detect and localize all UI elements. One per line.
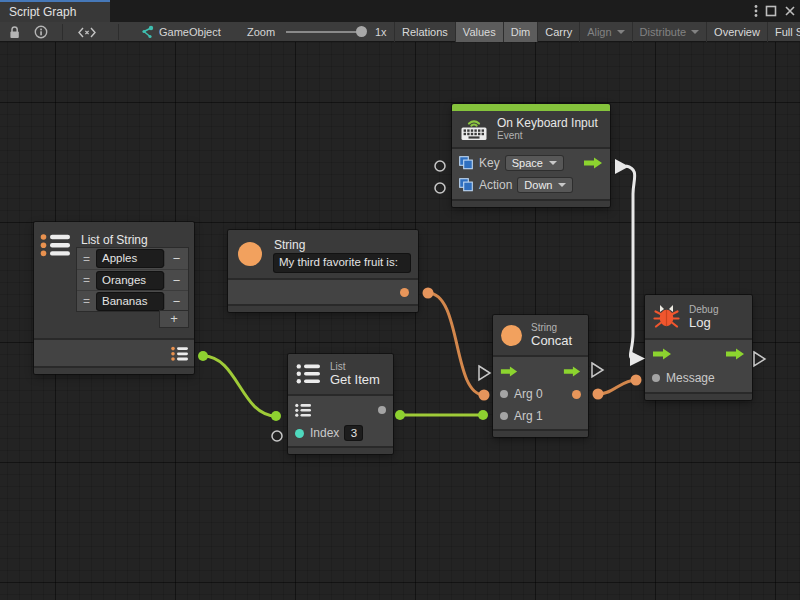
- distribute-dropdown[interactable]: Distribute: [632, 22, 706, 42]
- node-get-item[interactable]: List Get Item Index 3: [288, 354, 393, 454]
- node-category: Debug: [689, 304, 718, 315]
- node-category: List: [330, 361, 380, 372]
- flow-port-in-log[interactable]: [630, 351, 645, 366]
- carry-button[interactable]: Carry: [537, 22, 579, 42]
- add-item-button[interactable]: +: [160, 311, 188, 327]
- list-output-port-icon[interactable]: [171, 346, 189, 362]
- tab-script-graph[interactable]: Script Graph: [0, 0, 110, 22]
- unconnected-flow-out-concat[interactable]: [592, 363, 603, 377]
- node-debug-log[interactable]: Debug Log Message: [645, 295, 752, 400]
- zoom-slider-handle[interactable]: [356, 26, 367, 37]
- close-icon[interactable]: [784, 5, 796, 17]
- message-label: Message: [666, 371, 715, 385]
- value-port-in-concat-arg1[interactable]: [478, 410, 488, 420]
- node-subtitle: Event: [497, 130, 598, 141]
- node-title: Log: [689, 315, 718, 330]
- drag-handle[interactable]: =: [77, 252, 96, 266]
- wire-concat-to-log[interactable]: [593, 375, 642, 400]
- unconnected-port-index[interactable]: [272, 431, 282, 441]
- node-concat[interactable]: String Concat Arg 0: [493, 315, 588, 437]
- node-footer: [493, 429, 588, 437]
- align-dropdown[interactable]: Align: [579, 22, 631, 42]
- zoom-value: 1x: [375, 22, 387, 42]
- remove-item-button[interactable]: −: [164, 251, 188, 266]
- gameobject-icon: [140, 22, 154, 42]
- value-port-out-list[interactable]: [198, 351, 208, 361]
- lock-icon[interactable]: [8, 22, 21, 42]
- list-item-field[interactable]: Apples: [97, 250, 163, 267]
- result-output-port[interactable]: [572, 390, 581, 399]
- info-icon[interactable]: [34, 22, 48, 42]
- value-port-in-getitem-list[interactable]: [271, 411, 281, 421]
- kebab-menu-icon[interactable]: [754, 4, 758, 18]
- value-port-in-log-message[interactable]: [631, 375, 642, 386]
- distribute-label: Distribute: [640, 23, 686, 42]
- node-title: Concat: [531, 333, 572, 348]
- relations-button[interactable]: Relations: [394, 22, 455, 42]
- message-input-port[interactable]: [652, 374, 660, 382]
- unity-visual-scripting-window: Script Graph: [0, 0, 800, 600]
- flow-out-arrow-icon[interactable]: [563, 366, 581, 377]
- remove-item-button[interactable]: −: [164, 294, 188, 309]
- graph-canvas[interactable]: On Keyboard Input Event Key Space: [0, 42, 800, 600]
- key-dropdown[interactable]: Space: [506, 156, 563, 170]
- string-type-icon: [501, 325, 522, 346]
- values-button[interactable]: Values: [455, 22, 503, 42]
- maximize-icon[interactable]: [765, 5, 777, 17]
- wire-getitem-to-concat[interactable]: [395, 410, 488, 420]
- action-dropdown[interactable]: Down: [518, 178, 572, 192]
- flow-in-arrow-icon[interactable]: [500, 366, 518, 377]
- gameobject-selector[interactable]: GameObject: [159, 22, 221, 42]
- tab-bar: Script Graph: [0, 0, 800, 22]
- node-list-of-string[interactable]: List of String = Apples − = Oranges −: [34, 222, 194, 374]
- flow-out-arrow-icon[interactable]: [725, 348, 745, 360]
- node-string-literal[interactable]: String My third favorite fruit is:: [228, 230, 418, 312]
- unconnected-flow-out-log[interactable]: [754, 352, 765, 366]
- value-port-out-concat[interactable]: [593, 389, 604, 400]
- list-icon: [296, 363, 321, 385]
- value-port-out-string[interactable]: [423, 288, 434, 299]
- node-title: Get Item: [330, 372, 380, 387]
- item-output-port[interactable]: [378, 406, 386, 414]
- node-footer: [288, 446, 393, 454]
- keycode-icon: [459, 178, 473, 192]
- remove-item-button[interactable]: −: [164, 273, 188, 288]
- list-item-row: = Apples −: [77, 248, 188, 269]
- string-value-field[interactable]: My third favorite fruit is:: [274, 254, 410, 272]
- dim-button[interactable]: Dim: [503, 22, 538, 42]
- fullscreen-button[interactable]: Full Screen: [767, 22, 800, 42]
- chevron-down-icon: [549, 161, 557, 165]
- flow-in-arrow-icon[interactable]: [652, 348, 672, 360]
- unconnected-port-action[interactable]: [435, 183, 445, 193]
- node-category: String: [531, 322, 572, 333]
- list-input-port-icon[interactable]: [295, 403, 312, 418]
- list-item-field[interactable]: Bananas: [97, 293, 163, 310]
- node-footer: [452, 199, 610, 207]
- node-on-keyboard-input[interactable]: On Keyboard Input Event Key Space: [452, 104, 610, 207]
- toolbar-buttons: Relations Values Dim Carry Align Distrib…: [394, 22, 800, 42]
- unconnected-flow-in-concat[interactable]: [479, 366, 490, 380]
- flow-out-arrow-icon[interactable]: [583, 157, 603, 169]
- zoom-slider[interactable]: [286, 31, 366, 33]
- index-label: Index: [310, 426, 339, 440]
- code-view-icon[interactable]: [77, 22, 97, 42]
- string-list-widget: = Apples − = Oranges − = Bananas −: [77, 248, 188, 327]
- overview-button[interactable]: Overview: [706, 22, 767, 42]
- wire-list-to-getitem[interactable]: [198, 351, 281, 421]
- key-label: Key: [479, 156, 500, 170]
- arg0-input-port[interactable]: [500, 390, 508, 398]
- unconnected-port-key[interactable]: [435, 161, 445, 171]
- drag-handle[interactable]: =: [77, 294, 96, 308]
- wire-string-to-concat[interactable]: [423, 288, 490, 401]
- wire-keyboard-to-log[interactable]: [615, 159, 645, 366]
- drag-handle[interactable]: =: [77, 273, 96, 287]
- string-output-port[interactable]: [400, 288, 409, 297]
- list-item-field[interactable]: Oranges: [97, 272, 163, 289]
- action-label: Action: [479, 178, 512, 192]
- value-port-out-getitem[interactable]: [395, 410, 405, 420]
- value-port-in-concat-arg0[interactable]: [479, 390, 490, 401]
- flow-port-out-keyboard[interactable]: [615, 159, 629, 174]
- index-field[interactable]: 3: [345, 426, 362, 440]
- index-input-port[interactable]: [295, 429, 304, 438]
- arg1-input-port[interactable]: [500, 412, 508, 420]
